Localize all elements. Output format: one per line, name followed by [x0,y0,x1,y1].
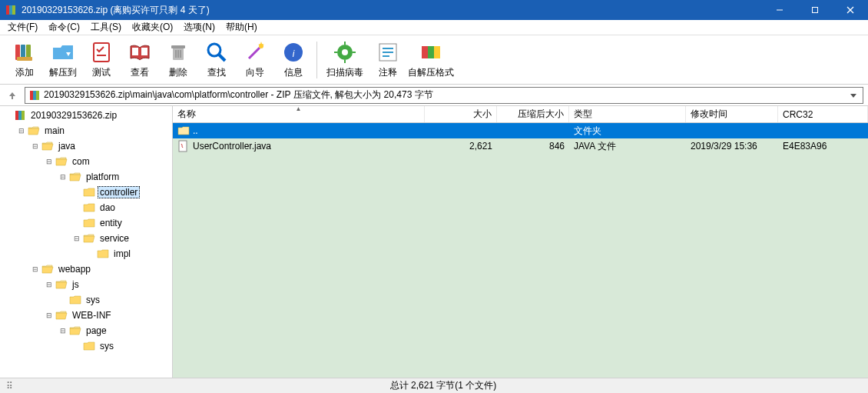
tree-node[interactable]: ⊟webapp [0,261,172,277]
tree-node-label: sys [84,294,102,306]
statusbar-summary: 总计 2,621 字节(1 个文件) [18,379,868,392]
tree-collapse-icon[interactable]: ⊟ [17,126,26,135]
tree-node-label: entity [98,217,124,229]
toolbar-extract-button[interactable]: 解压到 [45,38,81,82]
column-header-size[interactable]: 大小 [425,106,497,122]
dropdown-icon[interactable] [847,88,860,103]
tree-node-label: com [70,155,92,168]
column-header-mtime[interactable]: 修改时间 [686,106,778,122]
up-button[interactable] [5,88,20,103]
toolbar-sfx-button[interactable]: 自解压格式 [408,38,454,82]
svg-rect-1 [9,5,12,15]
archive-icon [28,89,41,102]
menu-help[interactable]: 帮助(H) [221,19,262,35]
svg-rect-14 [141,48,147,55]
list-row-up[interactable]: ..文件夹 [173,123,868,138]
toolbar-add-button[interactable]: 添加 [6,38,43,82]
cell-name: .. [193,125,198,136]
svg-line-22 [249,48,260,58]
tree-node-label: js [70,278,81,291]
toolbar-virus-label: 扫描病毒 [326,66,363,79]
folder-up-icon [177,125,190,137]
svg-rect-10 [17,57,32,61]
menu-tools[interactable]: 工具(S) [86,19,126,35]
folder-tree[interactable]: 20190329153626.zip⊟main⊟java⊟com⊟platfor… [0,106,173,378]
books-icon [12,40,37,65]
tree-collapse-icon[interactable]: ⊟ [45,157,54,166]
trash-icon [166,40,190,65]
path-text: 20190329153626.zip\main\java\com\platfor… [44,88,844,102]
minimize-button[interactable] [762,0,797,20]
menu-options[interactable]: 选项(N) [179,19,220,35]
toolbar-wizard-button[interactable]: 向导 [237,38,273,82]
svg-rect-41 [36,91,39,100]
svg-line-21 [219,55,225,61]
sort-indicator-icon: ▲ [296,105,302,112]
tree-node[interactable]: ⊟service [0,231,172,246]
tree-collapse-icon[interactable]: ⊟ [45,280,54,289]
column-header-name[interactable]: 名称▲ [173,106,425,122]
folder-open-icon [83,232,95,245]
maximize-button[interactable] [797,0,833,20]
tree-node[interactable]: ⊟js [0,277,172,292]
tree-node[interactable]: ⊟com [0,154,172,169]
svg-rect-36 [422,46,428,58]
tree-node[interactable]: ⊟java [0,138,172,154]
toolbar-separator [316,42,317,78]
folder-icon [83,340,95,352]
svg-rect-38 [434,46,440,58]
folder-open-icon [28,125,40,137]
tree-toggle-spacer [58,295,68,305]
toolbar-view-button[interactable]: 查看 [121,38,158,82]
tree-collapse-icon[interactable]: ⊟ [72,234,81,243]
menu-file[interactable]: 文件(F) [3,19,42,35]
tree-collapse-icon[interactable]: ⊟ [58,172,68,182]
book-open-icon [128,40,152,65]
svg-rect-45 [179,141,187,152]
tree-node-label: impl [111,248,133,260]
path-combobox[interactable]: 20190329153626.zip\main\java\com\platfor… [25,87,863,104]
tree-node-label: dao [98,201,118,214]
cell-name: UserController.java [193,141,271,152]
checklist-icon [89,40,114,65]
tree-collapse-icon[interactable]: ⊟ [58,326,68,335]
tree-node[interactable]: 20190329153626.zip [0,108,172,123]
column-header-crc[interactable]: CRC32 [778,106,868,122]
tree-node-label: webapp [56,263,93,275]
tree-node[interactable]: ⊟page [0,323,172,338]
tree-node[interactable]: controller [0,185,172,200]
tree-node[interactable]: ⊟platform [0,169,172,185]
toolbar-virus-button[interactable]: 扫描病毒 [322,38,368,82]
toolbar-sfx-label: 自解压格式 [408,66,454,79]
list-row-file[interactable]: UserController.java2,621846JAVA 文件2019/3… [173,138,868,154]
search-icon [204,40,229,65]
wand-icon [243,40,267,65]
menu-command[interactable]: 命令(C) [44,19,84,35]
toolbar-delete-button[interactable]: 删除 [160,38,197,82]
tree-node[interactable]: entity [0,215,172,231]
close-button[interactable] [833,0,868,20]
info-icon: i [281,40,306,65]
tree-node[interactable]: sys [0,292,172,308]
file-list-body[interactable]: ..文件夹UserController.java2,621846JAVA 文件2… [173,123,868,378]
tree-node[interactable]: sys [0,338,172,354]
toolbar-test-button[interactable]: 测试 [83,38,120,82]
tree-collapse-icon[interactable]: ⊟ [31,142,40,151]
svg-rect-0 [6,5,9,15]
menu-fav[interactable]: 收藏夹(O) [128,19,177,35]
toolbar-comment-button[interactable]: 注释 [369,38,406,82]
tree-node[interactable]: ⊟WEB-INF [0,308,172,323]
tree-collapse-icon[interactable]: ⊟ [31,265,40,274]
folder-icon [83,201,95,214]
tree-node[interactable]: ⊟main [0,123,172,138]
tree-node[interactable]: dao [0,200,172,215]
tree-node-label: main [42,125,67,137]
column-header-type[interactable]: 类型 [569,106,686,122]
toolbar-find-button[interactable]: 查找 [198,38,235,82]
toolbar-info-button[interactable]: i信息 [275,38,312,82]
tree-node[interactable]: impl [0,246,172,261]
folder-open-icon [55,309,68,321]
tree-collapse-icon[interactable]: ⊟ [45,311,54,320]
tree-node-label: sys [98,340,116,352]
column-header-compressed-size[interactable]: 压缩后大小 [497,106,569,122]
